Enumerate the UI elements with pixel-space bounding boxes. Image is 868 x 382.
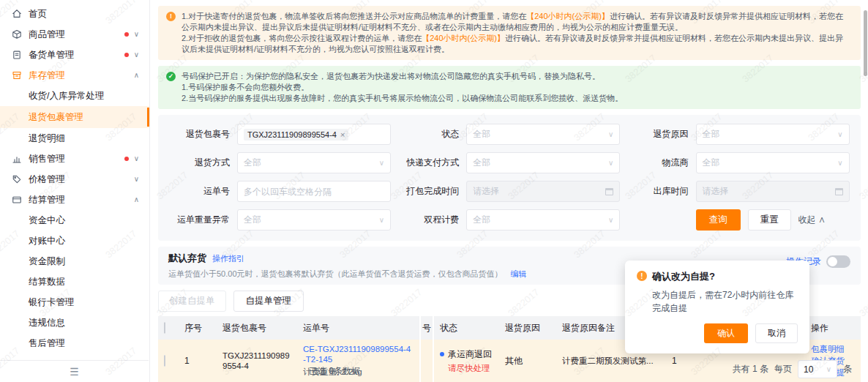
sidebar-item-label: 违规信息 bbox=[29, 317, 65, 329]
round-trip-fee-select[interactable]: 全部 bbox=[466, 209, 620, 231]
waybill-weight-abnormal-select[interactable]: 全部 bbox=[237, 209, 391, 231]
chevron-down-icon bbox=[134, 51, 139, 59]
page-size-select[interactable]: 10 bbox=[798, 360, 837, 378]
logistics-provider-select[interactable]: 全部 bbox=[696, 152, 850, 173]
sidebar-item-settlement-data[interactable]: 结算数据 bbox=[0, 271, 149, 292]
privacy-line-2: 2.当号码保护的服务提供出现服务故障时，您的真实手机号将展示给物流公司，以确保物… bbox=[182, 93, 850, 104]
outbound-time-picker[interactable]: 请选择 bbox=[696, 181, 850, 202]
warning-circle-icon: ! bbox=[637, 271, 647, 281]
pagination: 共有 1 条 每页 10 条 bbox=[733, 360, 852, 378]
sidebar-item-fund-center[interactable]: 资金中心 bbox=[0, 210, 149, 231]
sidebar-item-price[interactable]: 价格管理 bbox=[0, 169, 149, 190]
waybill-weight-abnormal-label: 运单重量异常 bbox=[165, 214, 230, 226]
sidebar-item-receiving-exception[interactable]: 收货/入库异常处理 bbox=[0, 86, 149, 106]
product-box-icon bbox=[12, 29, 23, 40]
sidebar-item-label: 退货明细 bbox=[29, 132, 65, 145]
pack-finish-time-label: 打包完成时间 bbox=[394, 185, 459, 198]
sidebar-item-violation-info[interactable]: 违规信息 bbox=[0, 312, 149, 333]
chevron-down-icon bbox=[608, 130, 613, 138]
sidebar-item-label: 商品管理 bbox=[29, 29, 65, 41]
sidebar-item-home[interactable]: 首页 bbox=[0, 4, 149, 24]
waybill-no-input[interactable] bbox=[244, 187, 384, 197]
archive-box-icon bbox=[12, 70, 23, 81]
cell-clipped bbox=[420, 340, 433, 382]
sidebar-item-reconciliation-center[interactable]: 对账中心 bbox=[0, 231, 149, 251]
fee-notice-line-2: 2.对于拒收的退货包裹，将向您公示按往返双程计费的运单，请您在【240小时内(公… bbox=[182, 33, 850, 55]
return-method-label: 退货方式 bbox=[165, 157, 230, 169]
page-vertical-scrollbar bbox=[863, 0, 868, 382]
sidebar-item-product[interactable]: 商品管理 bbox=[0, 24, 149, 45]
return-method-select[interactable]: 全部 bbox=[237, 152, 391, 173]
cell-index: 1 bbox=[179, 340, 217, 382]
waybill-link[interactable]: CE-TGXJ23111909899554-4-T2-145 bbox=[303, 344, 414, 364]
express-pay-method-select[interactable]: 全部 bbox=[466, 152, 620, 173]
sidebar-item-settlement[interactable]: 结算管理 bbox=[0, 190, 149, 210]
fee-notice-line-1: 1.对于快递寄付的退货包裹，物流单签收后将向您推送并公示对应商品物流单的计费重量… bbox=[182, 11, 850, 33]
chevron-down-icon bbox=[134, 31, 139, 38]
reset-button[interactable]: 重置 bbox=[748, 209, 791, 231]
fee-notice-alert: ! 1.对于快递寄付的退货包裹，物流单签收后将向您推送并公示对应商品物流单的计费… bbox=[158, 6, 861, 60]
return-reason-select[interactable]: 全部 bbox=[696, 124, 850, 145]
package-detail-link[interactable]: 包裹明细 bbox=[811, 343, 855, 355]
remove-tag-icon[interactable]: × bbox=[340, 130, 345, 139]
sidebar-item-label: 结算数据 bbox=[29, 276, 65, 288]
dialog-title: 确认改为自提? bbox=[652, 270, 715, 283]
express-pay-method-label: 快递支付方式 bbox=[394, 157, 459, 169]
logistics-provider-label: 物流商 bbox=[624, 157, 689, 169]
sidebar-item-label: 对账中心 bbox=[29, 235, 65, 247]
search-button[interactable]: 查询 bbox=[696, 209, 741, 231]
sidebar-item-fund-limit[interactable]: 资金限制 bbox=[0, 251, 149, 271]
dialog-body: 改为自提后，需在72小时内前往仓库完成自提 bbox=[652, 288, 798, 315]
operation-record-toggle[interactable] bbox=[826, 255, 850, 268]
sidebar-item-label: 资金限制 bbox=[29, 255, 65, 268]
cell-package-no: TGXJ23111909899554-4 bbox=[217, 340, 297, 382]
dialog-cancel-button[interactable]: 取消 bbox=[755, 323, 798, 343]
operation-guide-link[interactable]: 操作指引 bbox=[212, 253, 244, 264]
chevron-up-icon bbox=[134, 196, 139, 203]
vertical-scroll-thumb[interactable] bbox=[864, 10, 867, 76]
sidebar-item-label: 价格管理 bbox=[29, 173, 65, 186]
round-trip-fee-label: 双程计费 bbox=[394, 214, 459, 226]
chevron-down-icon bbox=[379, 159, 384, 167]
dialog-confirm-button[interactable]: 确认 bbox=[704, 323, 748, 343]
status-select[interactable]: 全部 bbox=[466, 124, 620, 145]
sidebar-footer: ☰ bbox=[0, 360, 149, 382]
red-badge-dot bbox=[124, 53, 129, 57]
bar-chart-icon bbox=[12, 154, 23, 165]
chevron-up-icon bbox=[134, 72, 139, 79]
col-clipped: 号 bbox=[420, 316, 433, 340]
col-status: 状态 bbox=[433, 316, 499, 340]
sidebar-item-sales[interactable]: 销售管理 bbox=[0, 149, 149, 169]
sidebar-item-stocklist[interactable]: 备货单管理 bbox=[0, 45, 149, 65]
sidebar-item-bank-card-mgmt[interactable]: 银行卡管理 bbox=[0, 292, 149, 312]
red-badge-dot bbox=[124, 32, 129, 37]
home-icon bbox=[12, 9, 23, 20]
waybill-no-label: 运单号 bbox=[165, 185, 230, 198]
privacy-line-1: 1.号码保护服务不会向您额外收费。 bbox=[182, 82, 850, 93]
sidebar-item-return-package-mgmt[interactable]: 退货包裹管理 bbox=[0, 106, 149, 128]
sidebar-item-return-detail[interactable]: 退货明细 bbox=[0, 128, 149, 149]
check-circle-icon: ✓ bbox=[166, 72, 176, 81]
clipboard-icon bbox=[12, 50, 23, 61]
wallet-card-icon bbox=[12, 195, 23, 206]
row-checkbox[interactable] bbox=[164, 355, 165, 367]
outbound-time-label: 出库时间 bbox=[624, 185, 689, 198]
sidebar-item-label: 库存管理 bbox=[29, 70, 65, 82]
collapse-filters-link[interactable]: 收起 ∧ bbox=[798, 214, 826, 226]
sidebar-item-label: 销售管理 bbox=[29, 153, 65, 165]
select-all-checkbox[interactable] bbox=[164, 322, 165, 334]
collapse-sidebar-icon[interactable]: ☰ bbox=[70, 366, 79, 378]
selected-count: 已选 0条数据 bbox=[309, 365, 360, 378]
pack-finish-time-picker[interactable]: 请选择 bbox=[466, 181, 620, 202]
red-badge-dot bbox=[124, 157, 129, 161]
package-no-input[interactable]: TGXJ23111909899554-4 × bbox=[237, 124, 391, 145]
filter-panel: 退货包裹号 TGXJ23111909899554-4 × 状态 全部 bbox=[158, 115, 861, 241]
sidebar-item-inventory[interactable]: 库存管理 bbox=[0, 65, 149, 86]
per-page-label: 每页 bbox=[774, 363, 792, 375]
sidebar-item-after-sales-mgmt[interactable]: 售后管理 bbox=[0, 333, 149, 353]
pickup-order-mgmt-button[interactable]: 自提单管理 bbox=[233, 291, 304, 312]
create-pickup-order-button[interactable]: 创建自提单 bbox=[158, 291, 226, 312]
cell-return-reason: 其他 bbox=[499, 340, 556, 382]
edit-link[interactable]: 编辑 bbox=[511, 269, 527, 278]
calendar-icon bbox=[835, 188, 843, 195]
